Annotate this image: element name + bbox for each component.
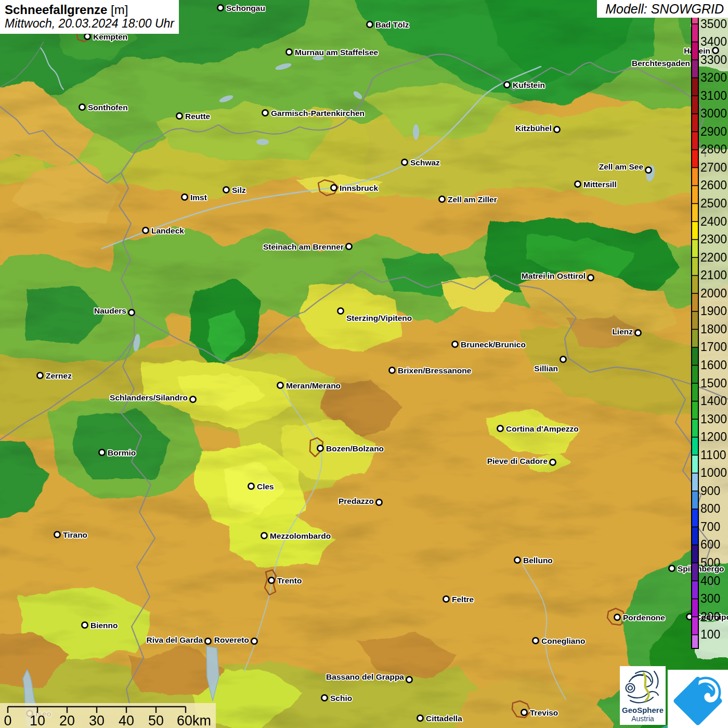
colorbar-segment	[692, 581, 698, 599]
city-marker	[251, 638, 257, 644]
colorbar-tick-label: 3400	[700, 35, 727, 48]
colorbar-segment	[692, 437, 698, 456]
city-label: Landeck	[151, 226, 184, 235]
city-label: Steinach am Brenner	[263, 242, 344, 251]
city-marker	[452, 341, 458, 347]
city-label: Trento	[277, 576, 302, 585]
city-label: Treviso	[530, 708, 558, 717]
city-label: Innsbruck	[340, 184, 378, 192]
colorbar-segment	[692, 311, 698, 330]
colorbar-tick-label: 2400	[700, 215, 727, 228]
scalebar-label: 50	[148, 713, 164, 728]
city-marker	[176, 113, 182, 119]
city-label: Garmisch-Partenkirchen	[271, 109, 365, 118]
city-marker	[532, 638, 538, 643]
city-marker	[588, 275, 593, 280]
city-marker	[346, 243, 352, 249]
geosphere-logo-box: GeoSphere Austria	[620, 666, 666, 725]
city-label: Riva del Garda	[146, 635, 203, 644]
city-marker	[550, 459, 555, 465]
scalebar-label: 0	[4, 713, 11, 728]
city-marker	[554, 126, 560, 132]
city-marker	[669, 565, 674, 571]
geosphere-logo-icon	[620, 666, 666, 706]
city-label: Predazzo	[339, 497, 374, 505]
page-title: Schneefallgrenze [m]	[5, 3, 174, 17]
title-parameter: Schneefallgrenze	[5, 3, 107, 17]
colorbar-tick-label: 2300	[700, 232, 727, 246]
colorbar-segment	[692, 257, 698, 276]
city-label: Sillian	[534, 364, 558, 373]
colorbar-tick-label: 1000	[700, 466, 727, 479]
colorbar-tick-label: 2100	[700, 268, 727, 282]
city-marker	[79, 104, 85, 110]
colorbar-segment	[692, 329, 698, 347]
city-marker	[406, 677, 412, 682]
colorbar-tick-label: 1500	[700, 376, 727, 390]
city-label: Tirano	[63, 530, 87, 539]
colorbar-tick-label: 1700	[700, 340, 727, 354]
colorbar-tick-label: 1900	[700, 304, 727, 318]
colorbar-tick-label: 300	[700, 592, 720, 605]
city-label: Lienz	[612, 327, 633, 336]
city-label: Feltre	[452, 595, 474, 604]
valid-time-label: Mittwoch, 20.03.2024 18:00 Uhr	[5, 17, 174, 30]
colorbar-segment	[692, 114, 698, 132]
city-marker	[142, 227, 148, 233]
city-label: Meran/Merano	[286, 381, 341, 390]
colorbar-segment	[692, 293, 698, 311]
colorbar-segment	[692, 24, 698, 42]
colorbar-segment	[692, 42, 698, 60]
city-marker	[497, 425, 503, 431]
city-label: Schongau	[226, 4, 265, 12]
scalebar-label: 40	[119, 713, 134, 728]
colorbar-tick-label: 3300	[700, 53, 727, 67]
city-marker	[261, 532, 267, 538]
colorbar-tick-label: 1800	[700, 322, 727, 336]
city-label: Sonthofen	[88, 103, 128, 112]
city-marker	[321, 695, 327, 700]
colorbar-tick-label: 100	[700, 628, 720, 641]
city-marker	[645, 167, 651, 173]
colorbar-segment	[692, 204, 698, 222]
city-label: Silz	[232, 186, 246, 194]
city-label: Matrei in Osttirol	[522, 271, 586, 280]
city-marker	[286, 49, 292, 55]
colorbar-tick-label: 2500	[700, 197, 727, 210]
city-marker	[337, 308, 343, 314]
city-marker	[37, 372, 43, 378]
city-label: Imst	[190, 193, 207, 202]
colorbar-segment	[692, 419, 698, 437]
city-marker	[417, 715, 423, 721]
colorbar-segment	[692, 240, 698, 258]
colorbar-tick-label: 900	[700, 484, 720, 498]
city-label: Reutte	[185, 112, 211, 121]
colorbar-tick-label: 3200	[700, 71, 727, 84]
colorbar-segment	[692, 78, 698, 96]
city-label: Zernez	[46, 371, 72, 380]
colorbar-tick-label: 200	[700, 610, 720, 623]
colorbar-tick-label: 1400	[700, 394, 727, 408]
distance-scalebar: 0102030405060km	[0, 703, 216, 728]
city-marker	[443, 596, 449, 602]
colorbar-segment	[692, 186, 698, 204]
colorbar-segment	[692, 347, 698, 366]
city-label: Cortina d'Ampezzo	[506, 424, 579, 433]
city-label: Bozen/Bolzano	[326, 444, 384, 453]
city-label: Mittersill	[583, 180, 617, 189]
city-label: Zell am Ziller	[448, 195, 497, 204]
snowgrid-logo-box	[668, 670, 728, 728]
city-marker	[575, 181, 580, 187]
city-marker	[181, 194, 187, 200]
colorbar-tick-label: 500	[700, 556, 720, 569]
city-marker	[331, 185, 336, 190]
city-label: Cles	[257, 482, 274, 491]
city-marker	[614, 614, 620, 620]
scalebar-label: 60km	[177, 713, 211, 728]
city-marker	[248, 483, 254, 489]
city-marker	[376, 499, 382, 505]
city-marker	[54, 531, 60, 537]
scalebar-label: 10	[30, 713, 45, 728]
city-label: Bruneck/Brunico	[461, 340, 526, 349]
colorbar-tick-label: 2800	[700, 142, 727, 156]
